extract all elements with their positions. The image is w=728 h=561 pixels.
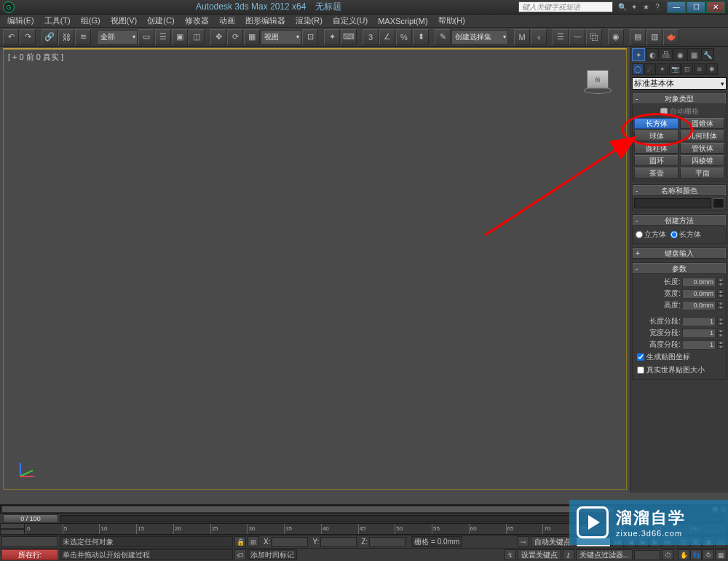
bind-spacewarp-button[interactable]: ≋ [75, 29, 91, 45]
viewport-area[interactable]: [ + 0 前 0 真实 ] 前 [0, 47, 630, 493]
keymode-button[interactable]: ⌨ [341, 29, 357, 45]
move-button[interactable]: ✥ [210, 29, 226, 45]
subtile-lights[interactable]: ✦ [657, 63, 668, 75]
subtile-systems[interactable]: ✱ [706, 63, 718, 75]
select-by-name-button[interactable]: ☰ [155, 29, 171, 45]
length-spinner[interactable]: 0.0mm [682, 278, 716, 287]
select-object-button[interactable]: ▭ [138, 29, 154, 45]
add-time-tag[interactable]: 添加时间标记 [248, 549, 297, 560]
primitive-teapot-button[interactable]: 茶壶 [634, 168, 678, 178]
manipulate-button[interactable]: ✦ [324, 29, 340, 45]
set-key-icon[interactable]: ⊸ [518, 536, 529, 547]
object-color-swatch[interactable] [713, 198, 724, 208]
percent-snap-button[interactable]: % [396, 29, 412, 45]
curve-editor-button[interactable]: 〰 [569, 29, 585, 45]
mirror-button[interactable]: M [514, 29, 530, 45]
primitive-tube-button[interactable]: 管状体 [680, 143, 724, 154]
viewcube[interactable]: 前 [582, 70, 613, 101]
primitive-geosphere-button[interactable]: 几何球体 [680, 130, 724, 141]
tab-modify[interactable]: ◐ [646, 48, 659, 61]
align-button[interactable]: ⫞ [531, 29, 547, 45]
menu-help[interactable]: 帮助(H) [434, 15, 470, 27]
primitive-pyramid-button[interactable]: 四棱锥 [680, 155, 724, 166]
viewport-label[interactable]: [ + 0 前 0 真实 ] [8, 52, 63, 63]
link-button[interactable]: 🔗 [41, 29, 58, 45]
orbit-button[interactable]: ⥁ [703, 549, 714, 560]
script-listener-label[interactable]: 所在行: [1, 549, 58, 560]
ref-coord-dropdown[interactable]: 视图 [261, 30, 301, 44]
width-spinner[interactable]: 0.0mm [682, 289, 716, 299]
height-segs-spinner[interactable]: 1 [682, 340, 716, 350]
minimize-button[interactable]: — [667, 1, 686, 13]
auto-key-button[interactable]: 自动关键点 [531, 536, 574, 547]
gen-mapping-checkbox[interactable]: 生成贴图坐标 [634, 350, 724, 364]
angle-snap-button[interactable]: ∠ [379, 29, 395, 45]
rollout-header-parameters[interactable]: -参数 [633, 263, 726, 274]
selection-filter-dropdown[interactable]: 全部 [97, 30, 138, 44]
material-editor-button[interactable]: ◉ [608, 29, 624, 45]
menu-rendering[interactable]: 渲染(R) [291, 15, 327, 27]
star-icon[interactable]: ★ [641, 2, 651, 12]
creation-cube-radio[interactable]: 立方体 [636, 230, 666, 240]
primitive-box-button[interactable]: 长方体 [634, 118, 678, 129]
max-toggle-button[interactable]: ▦ [715, 549, 727, 560]
length-segs-spinner[interactable]: 1 [682, 317, 716, 326]
subtile-shapes[interactable]: ☄ [644, 63, 656, 75]
undo-button[interactable]: ↶ [3, 29, 19, 45]
tab-motion[interactable]: ◉ [673, 48, 687, 61]
layers-button[interactable]: ☰ [553, 29, 569, 45]
render-button[interactable]: 🫖 [663, 29, 679, 45]
render-frame-button[interactable]: ▥ [646, 29, 662, 45]
close-button[interactable]: ✕ [706, 1, 725, 13]
maximize-button[interactable]: ☐ [687, 1, 705, 13]
menu-edit[interactable]: 编辑(E) [3, 15, 39, 27]
key-mode-icon[interactable]: ↯ [505, 549, 516, 560]
real-world-checkbox[interactable]: 真实世界贴图大小 [634, 364, 724, 377]
menu-animation[interactable]: 动画 [215, 15, 240, 27]
menu-graph-editors[interactable]: 图形编辑器 [241, 15, 290, 27]
primitive-plane-button[interactable]: 平面 [680, 168, 724, 178]
help-icon[interactable]: ? [652, 2, 662, 12]
z-coord-input[interactable] [369, 537, 405, 547]
edit-named-sel-button[interactable]: ✎ [435, 29, 451, 45]
unlink-button[interactable]: ⛓ [58, 29, 74, 45]
lock-selection-button[interactable]: 🔒 [234, 536, 246, 547]
time-tag-icon[interactable]: 🏷 [234, 549, 246, 560]
subtile-helpers[interactable]: ⊡ [681, 63, 693, 75]
menu-group[interactable]: 组(G) [76, 15, 105, 27]
select-region-button[interactable]: ▣ [172, 29, 188, 45]
width-segs-spinner[interactable]: 1 [682, 329, 716, 338]
tab-utilities[interactable]: 🔧 [701, 48, 714, 61]
schematic-view-button[interactable]: ⿻ [586, 29, 602, 45]
rotate-button[interactable]: ⟳ [227, 29, 243, 45]
rollout-header-creation-method[interactable]: -创建方法 [633, 215, 726, 226]
help-search-input[interactable]: 键入关键字或短语 [518, 1, 613, 12]
named-sel-dropdown[interactable]: 创建选择集 [451, 30, 508, 44]
tab-hierarchy[interactable]: 品 [660, 48, 673, 61]
menu-customize[interactable]: 自定义(U) [328, 15, 372, 27]
pan-view-button[interactable]: ✋ [678, 549, 689, 560]
primitive-cylinder-button[interactable]: 圆柱体 [634, 143, 678, 154]
subtile-spacewarps[interactable]: ≋ [694, 63, 705, 75]
window-crossing-button[interactable]: ◫ [189, 29, 205, 45]
spinner-snap-button[interactable]: ⬍ [413, 29, 429, 45]
abs-rel-button[interactable]: ⊞ [248, 536, 259, 547]
height-spinner[interactable]: 0.0mm [682, 301, 716, 310]
redo-button[interactable]: ↷ [20, 29, 36, 45]
y-coord-input[interactable] [320, 537, 357, 547]
rollout-header-name-color[interactable]: -名称和颜色 [633, 185, 726, 196]
key-filters-button[interactable]: 关键点过滤器... [576, 549, 633, 560]
time-slider[interactable]: 0 / 100 [3, 514, 58, 523]
subtile-cameras[interactable]: 📷 [669, 63, 681, 75]
menu-create[interactable]: 创建(C) [143, 15, 178, 27]
menu-views[interactable]: 视图(V) [106, 15, 142, 27]
key-icon[interactable]: ✦ [629, 2, 639, 12]
keyfilter-icon[interactable]: ⚷ [563, 549, 574, 560]
auto-grid-checkbox[interactable]: 自动栅格 [634, 106, 724, 117]
render-setup-button[interactable]: ▤ [630, 29, 646, 45]
menu-modifiers[interactable]: 修改器 [181, 15, 213, 27]
menu-maxscript[interactable]: MAXScript(M) [373, 16, 432, 26]
rollout-header-object-type[interactable]: -对象类型 [633, 93, 726, 104]
primitive-torus-button[interactable]: 圆环 [634, 155, 678, 166]
pivot-button[interactable]: ⊡ [302, 29, 318, 45]
